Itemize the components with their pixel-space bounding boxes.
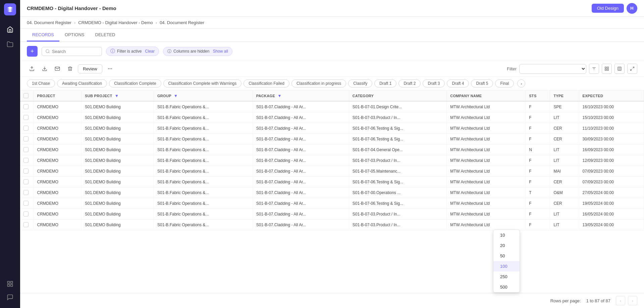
rows-option-50[interactable]: 50 xyxy=(493,251,520,261)
pill-draft-4[interactable]: Draft 4 xyxy=(447,79,469,87)
select-all-checkbox[interactable] xyxy=(23,93,29,98)
rows-option-20[interactable]: 20 xyxy=(493,240,520,251)
data-table-container: PROJECT SUB PROJECT ▼ GROUP ▼ PACKAGE ▼ … xyxy=(20,90,644,293)
pill-classification-complete-warnings[interactable]: Classification Complete with Warnings xyxy=(163,79,242,87)
cell-company-name: MTW Architectural Ltd xyxy=(447,187,526,198)
pill-draft-5[interactable]: Draft 5 xyxy=(471,79,493,87)
table-row: CRMDEMO S01.DEMO Building S01-B.Fabric O… xyxy=(20,166,644,177)
breadcrumb-separator: › xyxy=(74,20,75,25)
cell-category: S01-B-07-06.Testing & Sig... xyxy=(349,123,446,134)
view-toggle-btn[interactable] xyxy=(602,64,612,74)
breadcrumb-separator-2: › xyxy=(156,20,157,25)
rows-option-500[interactable]: 500 xyxy=(493,282,520,292)
row-checkbox[interactable] xyxy=(20,187,34,198)
row-checkbox[interactable] xyxy=(20,144,34,155)
cell-company-name: MTW Architectural Ltd xyxy=(447,134,526,144)
more-options-icon[interactable] xyxy=(105,64,115,74)
group-filter-icon[interactable]: ▼ xyxy=(174,94,178,98)
next-page-btn[interactable]: › xyxy=(628,296,637,305)
pill-awaiting-classification[interactable]: Awaiting Classification xyxy=(57,79,107,87)
sidebar-item-folder[interactable] xyxy=(4,38,16,50)
cell-sub-project: S01.DEMO Building xyxy=(82,155,154,166)
cell-category: S01-B-07-01.Design Crite... xyxy=(349,101,446,112)
breadcrumb-project[interactable]: CRMDEMO - Digital Handover - Demo xyxy=(78,20,153,25)
cell-category: S01-B-07-06.Testing & Sig... xyxy=(349,198,446,209)
pill-draft-1[interactable]: Draft 1 xyxy=(374,79,396,87)
cell-group: S01-B.Fabric Operations &... xyxy=(154,177,253,187)
pills-nav-next[interactable]: › xyxy=(517,79,525,87)
email-icon[interactable] xyxy=(52,64,62,74)
breadcrumb-module[interactable]: 04. Document Register xyxy=(27,20,71,25)
row-checkbox[interactable] xyxy=(20,220,34,230)
columns-toggle-btn[interactable] xyxy=(614,64,625,74)
tab-options[interactable]: OPTIONS xyxy=(59,29,90,42)
search-input[interactable] xyxy=(52,49,92,54)
breadcrumb: 04. Document Register › CRMDEMO - Digita… xyxy=(20,17,644,29)
rows-option-100[interactable]: 100 xyxy=(493,261,520,271)
row-checkbox[interactable] xyxy=(20,112,34,123)
table-row: CRMDEMO S01.DEMO Building S01-B.Fabric O… xyxy=(20,123,644,134)
col-package: PACKAGE ▼ xyxy=(253,90,349,101)
filter-icon-btn[interactable] xyxy=(589,64,599,74)
pill-classification-in-progress[interactable]: Classification in progress xyxy=(291,79,346,87)
row-checkbox[interactable] xyxy=(20,155,34,166)
pill-draft-3[interactable]: Draft 3 xyxy=(423,79,445,87)
clear-filter-button[interactable]: Clear xyxy=(145,49,155,54)
cell-project: CRMDEMO xyxy=(34,101,82,112)
rows-option-250[interactable]: 250 xyxy=(493,271,520,282)
pill-draft-2[interactable]: Draft 2 xyxy=(398,79,421,87)
sub-project-filter-icon[interactable]: ▼ xyxy=(115,94,119,98)
pill-final[interactable]: Final xyxy=(495,79,514,87)
svg-point-8 xyxy=(109,68,110,69)
prev-page-btn[interactable]: ‹ xyxy=(616,296,625,305)
cell-sub-project: S01.DEMO Building xyxy=(82,144,154,155)
cell-package: S01-B-07.Cladding - All Ar... xyxy=(253,155,349,166)
delete-icon[interactable] xyxy=(65,64,75,74)
avatar[interactable]: H xyxy=(627,3,637,14)
pill-classification-failed[interactable]: Classification Failed xyxy=(244,79,289,87)
show-all-button[interactable]: Show all xyxy=(213,49,228,54)
row-checkbox[interactable] xyxy=(20,177,34,187)
fullscreen-btn[interactable] xyxy=(627,64,637,74)
cell-category: S01-B-07-00.Operations ... xyxy=(349,187,446,198)
tab-deleted[interactable]: DELETED xyxy=(90,29,121,42)
cell-project: CRMDEMO xyxy=(34,166,82,177)
row-checkbox[interactable] xyxy=(20,123,34,134)
filter-dropdown[interactable] xyxy=(519,64,586,74)
cell-sts: T xyxy=(526,187,550,198)
action-left: Review xyxy=(27,64,115,74)
cell-sub-project: S01.DEMO Building xyxy=(82,187,154,198)
row-checkbox[interactable] xyxy=(20,101,34,112)
pill-classify[interactable]: Classify xyxy=(348,79,372,87)
cell-group: S01-B.Fabric Operations &... xyxy=(154,187,253,198)
review-button[interactable]: Review xyxy=(78,64,102,73)
table-header-row: PROJECT SUB PROJECT ▼ GROUP ▼ PACKAGE ▼ … xyxy=(20,90,644,101)
rows-option-10[interactable]: 10 xyxy=(493,230,520,240)
row-checkbox[interactable] xyxy=(20,166,34,177)
breadcrumb-current: 04. Document Register xyxy=(160,20,204,25)
cell-category: S01-B-07-05.Maintenanc... xyxy=(349,166,446,177)
data-table: PROJECT SUB PROJECT ▼ GROUP ▼ PACKAGE ▼ … xyxy=(20,90,644,230)
app-logo[interactable] xyxy=(4,3,16,15)
sidebar-item-chat[interactable] xyxy=(4,291,16,303)
package-filter-icon[interactable]: ▼ xyxy=(277,94,281,98)
download-icon[interactable] xyxy=(40,64,50,74)
upload-icon[interactable] xyxy=(27,64,37,74)
old-design-button[interactable]: Old Design xyxy=(592,4,624,13)
cell-expected: 07/09/2023 00:00 xyxy=(579,166,644,177)
cell-sub-project: S01.DEMO Building xyxy=(82,123,154,134)
row-checkbox[interactable] xyxy=(20,134,34,144)
pill-classification-complete[interactable]: Classification Complete xyxy=(109,79,161,87)
pill-1st-chase[interactable]: 1st Chase xyxy=(27,79,55,87)
tabs-bar: RECORDS OPTIONS DELETED xyxy=(20,29,644,42)
sidebar-item-home[interactable] xyxy=(4,23,16,36)
sidebar-item-dashboard[interactable] xyxy=(4,278,16,290)
cell-company-name: MTW Architectural Ltd xyxy=(447,220,526,230)
cell-company-name: MTW Architectural Ltd xyxy=(447,198,526,209)
tab-records[interactable]: RECORDS xyxy=(27,29,59,42)
add-button[interactable]: + xyxy=(27,46,38,57)
cell-company-name: MTW Architectural Ltd xyxy=(447,101,526,112)
cell-category: S01-B-07-03.Product / In... xyxy=(349,112,446,123)
row-checkbox[interactable] xyxy=(20,209,34,220)
row-checkbox[interactable] xyxy=(20,198,34,209)
